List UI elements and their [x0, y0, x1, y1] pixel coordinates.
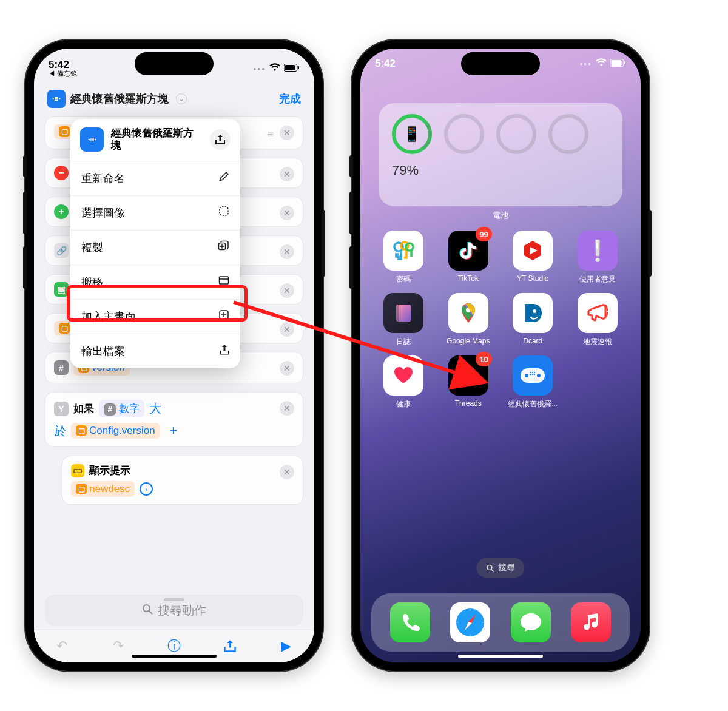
svg-rect-11: [90, 138, 94, 139]
menu-item-選擇圖像[interactable]: 選擇圖像: [70, 195, 240, 230]
close-icon[interactable]: ✕: [280, 322, 294, 337]
phone-frame-left: 5:42 ◀ 備忘錄 ●●●: [25, 40, 323, 671]
menu-item-icon: [218, 309, 229, 323]
dock-app[interactable]: [571, 602, 611, 642]
menu-item-重新命名[interactable]: 重新命名: [70, 161, 240, 195]
home-screen: 5:42 ●●● 📱 79% 電池 密: [360, 49, 641, 662]
menu-item-icon: [218, 240, 229, 255]
menu-item-icon: [218, 275, 229, 288]
shortcut-title[interactable]: 經典懷舊俄羅斯方塊: [70, 92, 169, 106]
svg-rect-36: [530, 372, 531, 373]
hash-icon: #: [54, 360, 69, 375]
shortcut-icon: [47, 90, 66, 108]
svg-rect-40: [532, 374, 533, 375]
done-button[interactable]: 完成: [279, 92, 301, 106]
close-icon[interactable]: ✕: [280, 206, 294, 220]
back-to-notes[interactable]: ◀ 備忘錄: [49, 70, 77, 78]
add-condition-button[interactable]: +: [165, 422, 182, 439]
close-icon[interactable]: ✕: [280, 401, 294, 416]
share-button[interactable]: [220, 636, 240, 656]
menu-item-icon: [218, 206, 229, 220]
svg-rect-2: [298, 66, 299, 69]
search-actions-field[interactable]: 搜尋動作: [45, 595, 303, 626]
badge: 99: [476, 227, 491, 241]
dock-app[interactable]: [450, 602, 490, 642]
close-icon[interactable]: ✕: [280, 465, 294, 479]
app-Dcard[interactable]: Dcard: [503, 293, 563, 347]
svg-rect-30: [396, 305, 399, 322]
undo-button[interactable]: ↶: [52, 636, 72, 656]
run-button[interactable]: ▶: [277, 636, 296, 656]
svg-point-4: [53, 98, 54, 99]
badge: 10: [476, 352, 491, 366]
shortcut-icon: [80, 127, 104, 152]
info-button[interactable]: ⓘ: [164, 636, 184, 656]
svg-rect-37: [532, 372, 533, 373]
status-time: 5:42: [375, 58, 396, 70]
redo-button[interactable]: ↷: [109, 636, 128, 656]
editor-header: 經典懷舊俄羅斯方塊 ⌄ 完成: [34, 84, 314, 116]
svg-point-35: [537, 374, 541, 377]
menu-item-加入主畫面[interactable]: 加入主畫面: [70, 299, 240, 334]
app-密碼[interactable]: 密碼: [374, 231, 434, 285]
menu-item-icon: [220, 344, 229, 359]
if-block[interactable]: Y 如果 # 數字 大 於 ▢Config.version + ✕: [45, 392, 303, 447]
app-Threads[interactable]: 10Threads: [439, 356, 499, 409]
svg-rect-16: [220, 277, 229, 284]
svg-point-5: [59, 98, 60, 99]
menu-item-複製[interactable]: 複製: [70, 230, 240, 265]
app-TikTok[interactable]: 99TikTok: [439, 231, 499, 285]
svg-rect-41: [534, 374, 535, 375]
battery-widget[interactable]: 📱 79%: [379, 103, 622, 206]
app-日誌[interactable]: 日誌: [374, 293, 434, 347]
close-icon[interactable]: ✕: [280, 361, 294, 376]
app-健康[interactable]: 健康: [374, 356, 434, 409]
menu-item-搬移[interactable]: 搬移: [70, 265, 240, 299]
battery-icon: [284, 62, 300, 75]
minus-icon[interactable]: −: [54, 166, 69, 180]
app-使用者意見[interactable]: ❕使用者意見: [568, 231, 628, 285]
plus-icon[interactable]: +: [54, 204, 69, 219]
spotlight-search[interactable]: 搜尋: [477, 558, 525, 578]
search-icon: [142, 604, 153, 618]
svg-rect-21: [612, 60, 622, 66]
svg-rect-39: [530, 374, 531, 375]
app-地震速報[interactable]: 地震速報: [568, 293, 628, 347]
svg-point-10: [95, 139, 96, 141]
wifi-icon: [269, 62, 280, 75]
dock-app[interactable]: [390, 602, 430, 642]
svg-rect-8: [55, 100, 58, 101]
alert-block[interactable]: ▭ 顯示提示 ▢newdesc › ✕: [62, 456, 303, 505]
alert-icon: ▭: [71, 464, 84, 477]
app-grid: 密碼99TikTokYT Studio❕使用者意見日誌Google MapsDc…: [374, 231, 627, 409]
svg-rect-38: [534, 372, 535, 373]
link-icon: 🔗: [54, 243, 69, 258]
svg-point-32: [533, 309, 536, 313]
close-icon[interactable]: ✕: [280, 167, 294, 181]
app-Google Maps[interactable]: Google Maps: [439, 293, 499, 347]
app-YT Studio[interactable]: YT Studio: [503, 231, 563, 285]
save-icon: ▣: [54, 282, 69, 297]
close-icon[interactable]: ✕: [280, 244, 294, 259]
share-button[interactable]: [210, 129, 231, 150]
chevron-right-icon[interactable]: ›: [140, 482, 153, 496]
branch-icon: Y: [54, 402, 69, 416]
svg-rect-7: [55, 98, 58, 99]
phone-mini-icon: 📱: [396, 118, 428, 150]
svg-point-34: [525, 374, 528, 377]
dock: [371, 593, 630, 652]
home-indicator[interactable]: [458, 655, 543, 658]
app-經典懷舊俄羅...[interactable]: 經典懷舊俄羅...: [503, 356, 563, 409]
home-indicator[interactable]: [132, 655, 217, 658]
svg-line-43: [491, 569, 493, 571]
close-icon[interactable]: ✕: [280, 283, 294, 298]
menu-item-輸出檔案[interactable]: 輸出檔案: [70, 334, 240, 368]
chevron-down-icon[interactable]: ⌄: [176, 93, 187, 104]
close-icon[interactable]: ✕: [280, 126, 294, 140]
svg-rect-33: [521, 368, 545, 383]
wifi-icon: [596, 58, 607, 70]
menu-item-icon: [218, 171, 229, 185]
dock-app[interactable]: [511, 602, 551, 642]
drag-handle-icon[interactable]: ≡: [267, 128, 274, 141]
phone-frame-right: 5:42 ●●● 📱 79% 電池 密: [352, 40, 649, 671]
